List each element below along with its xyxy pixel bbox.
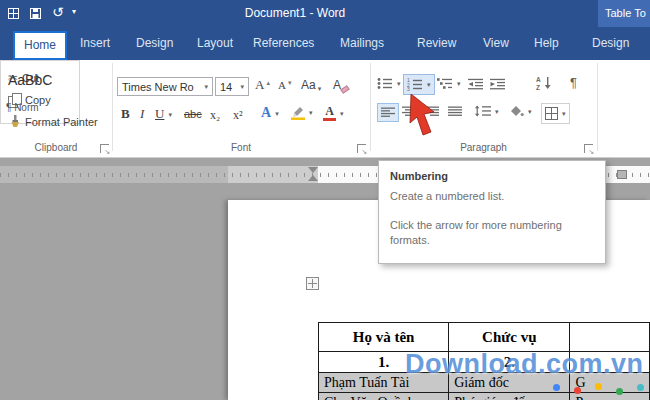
grow-font-button[interactable]: A ▴ [255,77,270,93]
tab-view[interactable]: View [483,27,509,60]
table-cell[interactable]: Họ và tên [319,323,449,352]
chevron-down-icon: ▾ [236,83,244,90]
group-separator [112,63,113,151]
hanging-indent-marker[interactable] [308,175,318,181]
numbering-button[interactable]: 1 2 3 ▾ [403,74,435,95]
table-cell[interactable]: Phó giám đốc [449,393,570,400]
align-left-button[interactable] [377,103,399,122]
chevron-down-icon: ▾ [528,108,532,115]
highlighter-icon [291,105,305,120]
format-painter-icon [8,115,21,128]
table-cell[interactable]: P [570,393,650,400]
superscript-button[interactable]: x² [233,108,243,123]
font-color-button[interactable]: A ▾ [323,105,344,121]
clear-formatting-button[interactable]: A [333,78,349,92]
table-move-handle[interactable] [306,277,319,290]
red-arrow-cursor-icon [407,94,437,142]
tooltip-line1: Create a numbered list. [390,189,594,204]
ribbon-options-icon[interactable] [8,8,19,19]
watermark: Download.com.vn [405,349,644,380]
tab-references[interactable]: References [253,27,314,60]
text-effects-button[interactable]: A ▾ [261,105,279,121]
shading-button[interactable]: ▾ [508,105,532,118]
justify-icon [448,106,462,117]
svg-text:3: 3 [407,86,410,91]
increase-indent-button[interactable] [490,78,505,90]
change-case-label: Aa [301,78,316,92]
grow-font-letter: A [255,77,264,93]
font-dialog-launcher[interactable] [357,144,366,153]
tooltip-line2: Click the arrow for more numbering forma… [390,218,594,248]
numbering-icon: 1 2 3 [407,78,423,91]
undo-icon[interactable]: ↺ [52,4,64,20]
chevron-down-icon: ▾ [200,83,208,90]
line-spacing-button[interactable]: ▾ [475,105,499,117]
strikethrough-button[interactable]: abc [184,108,202,120]
tab-insert[interactable]: Insert [80,27,110,60]
borders-button[interactable]: ▾ [541,103,570,124]
chevron-down-icon: ▾ [457,80,461,87]
numbering-tooltip: Numbering Create a numbered list. Click … [378,160,606,264]
change-case-button[interactable]: Aa ▾ [301,78,321,92]
bold-button[interactable]: B [121,106,130,122]
font-group-label: Font [112,142,370,153]
font-family-value: Times New Ro [122,81,194,93]
chevron-down-icon: ▾ [168,111,172,118]
format-painter-button[interactable]: Format Painter [8,115,98,128]
italic-button[interactable]: I [140,106,144,122]
tab-review[interactable]: Review [417,27,456,60]
chevron-down-icon: ▾ [495,108,499,115]
eraser-icon [340,85,349,94]
word-window: ↺ ▾ Document1 - Word Table To Home Inser… [0,0,650,400]
ribbon-tabs: Home Insert Design Layout References Mai… [0,27,650,60]
underline-icon: U [155,106,164,122]
caret-down-icon: ▾ [288,79,292,91]
highlight-color-button[interactable]: ▾ [291,105,313,120]
table-tools-header: Table To [598,0,650,27]
chevron-down-icon: ▾ [397,80,401,87]
style-preview: AaBbC [8,72,52,88]
table-column-marker[interactable] [617,170,627,179]
format-painter-label: Format Painter [25,116,98,128]
clipboard-group-label: Clipboard [0,142,112,153]
tab-home[interactable]: Home [13,31,67,60]
text-effects-icon: A [261,105,271,121]
tab-layout[interactable]: Layout [197,27,233,60]
chevron-down-icon: ▾ [318,85,322,92]
font-size-value: 14 [220,81,232,93]
qat-customize-chevron-icon[interactable]: ▾ [72,7,76,16]
table-cell[interactable]: Chu Văn Quềnh [319,393,449,400]
group-separator [597,63,598,151]
bullets-button[interactable]: ▾ [377,77,401,90]
multilevel-list-icon [437,77,453,90]
superscript-icon: x² [233,108,243,123]
font-size-combo[interactable]: 14 ▾ [215,77,249,96]
sort-button[interactable]: A Z [536,76,552,90]
table-cell[interactable]: Chức vụ [449,323,570,352]
first-line-indent-marker[interactable] [308,167,318,173]
tab-mailings[interactable]: Mailings [340,27,384,60]
multilevel-list-button[interactable]: ▾ [437,77,461,90]
tooltip-title: Numbering [390,170,594,182]
window-title: Document1 - Word [245,0,345,27]
tab-design[interactable]: Design [136,27,173,60]
paragraph-dialog-launcher[interactable] [584,144,593,153]
title-bar: ↺ ▾ Document1 - Word Table To [0,0,650,27]
clipboard-dialog-launcher[interactable] [100,144,109,153]
shrink-font-button[interactable]: A ▾ [278,79,291,91]
table-row: Chu Văn Quềnh Phó giám đốc P [319,393,650,400]
table-cell[interactable] [570,323,650,352]
tab-help[interactable]: Help [534,27,559,60]
chevron-down-icon: ▾ [340,110,344,117]
group-separator [370,63,371,151]
justify-button[interactable] [448,106,462,117]
show-paragraph-marks-button[interactable]: ¶ [570,75,577,90]
ribbon: ✂ Cut Copy Format Painter Clipboard Time… [0,60,650,158]
tab-table-design[interactable]: Design [592,27,629,60]
decrease-indent-button[interactable] [468,78,483,90]
font-family-combo[interactable]: Times New Ro ▾ [117,77,213,96]
subscript-button[interactable]: x₂ [210,108,220,123]
chevron-down-icon: ▾ [427,81,431,88]
save-icon[interactable] [30,8,41,19]
underline-button[interactable]: U ▾ [155,106,172,122]
